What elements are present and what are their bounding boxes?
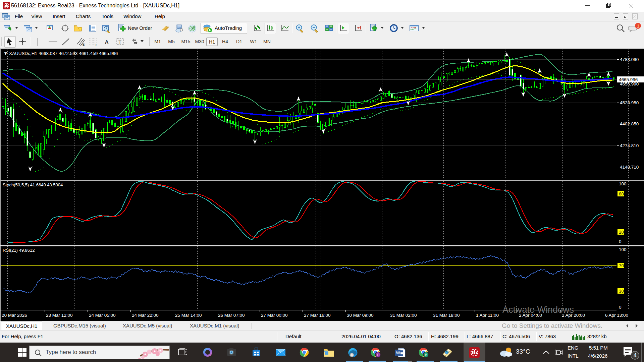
svg-text:0: 0 [619, 239, 622, 244]
svg-text:4: 4 [634, 352, 637, 359]
svg-text:100: 100 [619, 181, 627, 186]
svg-text:20 Mar 2026: 20 Mar 2026 [2, 313, 27, 318]
svg-text:0: 0 [619, 305, 622, 310]
svg-text:27 Mar 16:00: 27 Mar 16:00 [304, 313, 331, 318]
svg-text:W: W [396, 350, 400, 355]
svg-text:4783.090: 4783.090 [620, 57, 639, 62]
svg-text:4665.996: 4665.996 [619, 77, 638, 82]
svg-text:4148.710: 4148.710 [620, 165, 639, 170]
svg-text:24 Mar 22:00: 24 Mar 22:00 [132, 313, 159, 318]
svg-text:1 Apr 11:00: 1 Apr 11:00 [476, 313, 499, 318]
svg-text:▼ XAUUSDc,H1 4668.087 4672.59: ▼ XAUUSDc,H1 4668.087 4672.593 4661.459 … [3, 51, 118, 56]
svg-text:70: 70 [619, 263, 624, 268]
svg-text:4528.950: 4528.950 [620, 100, 639, 105]
svg-text:E: E [83, 43, 85, 46]
svg-text:24 Mar 05:00: 24 Mar 05:00 [89, 313, 116, 318]
svg-text:RSI(21) 49.8612: RSI(21) 49.8612 [3, 248, 35, 253]
svg-text:T: T [118, 39, 121, 45]
svg-text:80: 80 [619, 191, 624, 196]
svg-text:4402.850: 4402.850 [620, 121, 639, 126]
svg-text:30 Mar 09:00: 30 Mar 09:00 [347, 313, 374, 318]
svg-text:20: 20 [619, 230, 624, 235]
svg-text:Stoch(50,5,5) 41.6649 43.5004: Stoch(50,5,5) 41.6649 43.5004 [3, 182, 63, 187]
svg-text:B: B [425, 353, 427, 357]
svg-text:100: 100 [619, 247, 627, 252]
svg-text:30: 30 [619, 289, 624, 294]
svg-text:A: A [105, 39, 109, 46]
svg-text:23 Mar 12:00: 23 Mar 12:00 [46, 313, 73, 318]
svg-text:Activate Windows: Activate Windows [502, 305, 574, 315]
svg-text:31 Mar 02:00: 31 Mar 02:00 [390, 313, 417, 318]
svg-text:4274.810: 4274.810 [620, 143, 639, 148]
svg-text:D: D [377, 353, 380, 357]
svg-text:6 Apr 13:00: 6 Apr 13:00 [605, 313, 628, 318]
svg-text:1: 1 [637, 23, 639, 28]
svg-text:27 Mar 00:00: 27 Mar 00:00 [261, 313, 288, 318]
svg-text:F: F [96, 43, 98, 46]
svg-text:25 Mar 14:00: 25 Mar 14:00 [175, 313, 202, 318]
svg-text:31 Mar 18:00: 31 Mar 18:00 [433, 313, 460, 318]
svg-text:26 Mar 07:00: 26 Mar 07:00 [218, 313, 245, 318]
